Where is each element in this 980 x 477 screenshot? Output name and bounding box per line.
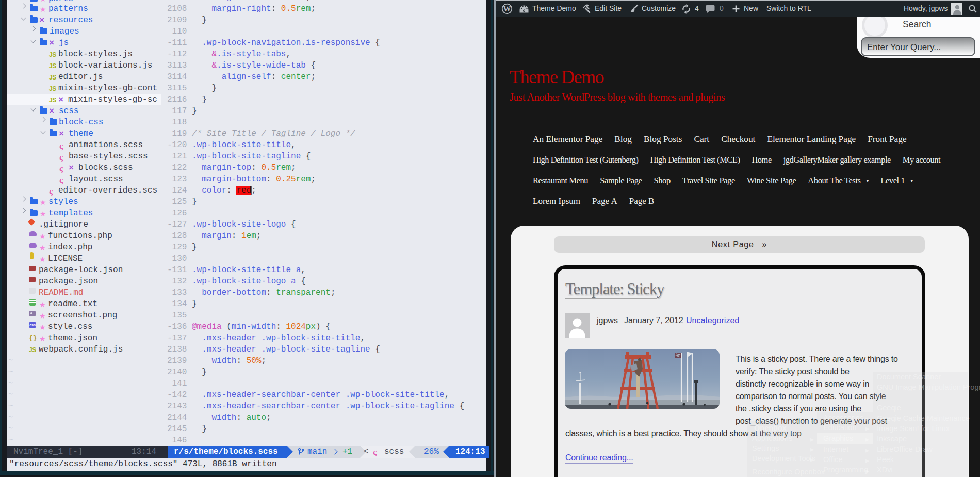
svg-text:W: W xyxy=(503,5,511,13)
